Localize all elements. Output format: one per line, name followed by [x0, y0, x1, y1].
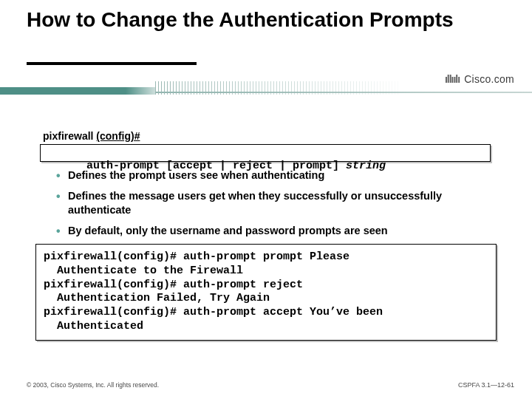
- footer-page-id: CSPFA 3.1—12-61: [458, 381, 514, 389]
- footer-copyright: © 2003, Cisco Systems, Inc. All rights r…: [27, 381, 159, 389]
- cisco-logo: ıllıılıCisco.com: [445, 73, 514, 85]
- example-box: pixfirewall(config)# auth-prompt prompt …: [35, 244, 497, 341]
- code-line: Authentication Failed, Try Again: [44, 292, 270, 304]
- list-item: Defines the prompt users see when authen…: [56, 168, 499, 183]
- slide-title: How to Change the Authentication Prompts: [27, 9, 499, 32]
- cisco-bars-icon: ıllıılı: [445, 73, 460, 85]
- syntax-box: auth-prompt [accept | reject | prompt] s…: [40, 144, 491, 162]
- code-line: Authenticate to the Firewall: [44, 265, 243, 277]
- config-mode: (config)#: [96, 130, 140, 142]
- list-item: By default, only the username and passwo…: [56, 224, 499, 239]
- title-underline: [27, 62, 197, 65]
- code-line: pixfirewall(config)# auth-prompt prompt …: [44, 250, 349, 263]
- config-host: pixfirewall: [43, 130, 93, 142]
- code-line: Authenticated: [44, 320, 143, 332]
- code-line: pixfirewall(config)# auth-prompt reject: [44, 279, 303, 291]
- bullet-list: Defines the prompt users see when authen…: [56, 168, 499, 244]
- example-code: pixfirewall(config)# auth-prompt prompt …: [36, 245, 496, 340]
- brand-name: Cisco.com: [464, 73, 514, 85]
- list-item: Defines the message users get when they …: [56, 189, 499, 218]
- config-prompt: pixfirewall (config)#: [43, 130, 140, 142]
- code-line: pixfirewall(config)# auth-prompt accept …: [44, 306, 383, 318]
